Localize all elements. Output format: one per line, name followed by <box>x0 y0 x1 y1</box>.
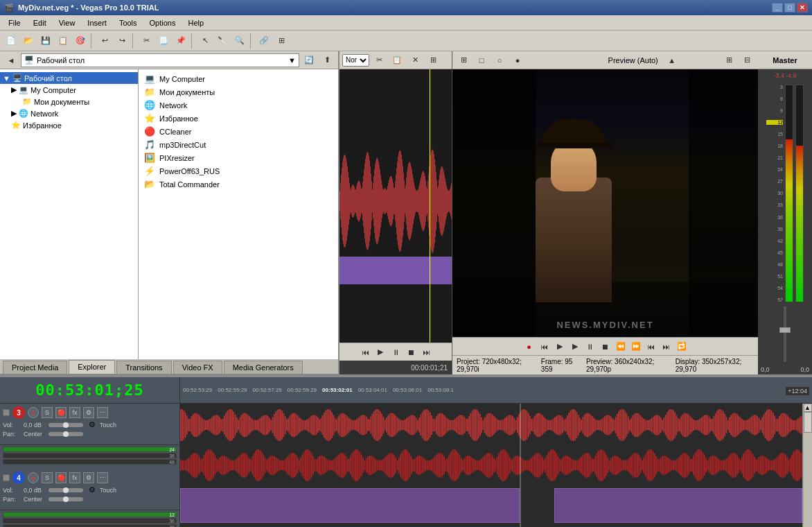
preview-tb-btn-5[interactable]: ▲ <box>664 52 680 69</box>
menu-file[interactable]: File <box>3 17 26 28</box>
tree-item-favorites[interactable]: ⭐ Избранное <box>0 119 138 131</box>
menu-edit[interactable]: Edit <box>28 17 52 28</box>
path-dropdown-icon[interactable]: ▼ <box>288 56 296 64</box>
file-item-8[interactable]: 📂 Total Commander <box>139 178 338 191</box>
snap-button[interactable]: 🔗 <box>256 33 272 49</box>
mini-ctrl-play[interactable]: ▶ <box>374 346 387 358</box>
mini-tb-btn-3[interactable]: ✕ <box>407 52 423 69</box>
copy-button[interactable]: 📃 <box>155 33 172 49</box>
save-button[interactable]: 💾 <box>37 33 54 49</box>
track-4-arm[interactable]: 🔴 <box>55 472 67 483</box>
mini-ctrl-ff[interactable]: ⏭ <box>420 346 432 358</box>
open-button[interactable]: 📂 <box>20 33 37 49</box>
preview-mode-select[interactable]: Nor <box>342 54 369 67</box>
track-4-collapse[interactable] <box>3 474 10 481</box>
mini-ctrl-rewind[interactable]: ⏮ <box>359 346 371 358</box>
vscroll-up[interactable]: ▲ <box>804 404 812 412</box>
prev-ctrl-play2[interactable]: ▶ <box>569 340 581 353</box>
save-as-button[interactable]: 📋 <box>55 33 71 49</box>
track-4-clip-2[interactable] <box>554 488 802 523</box>
minimize-button[interactable]: _ <box>772 3 783 12</box>
prev-ctrl-stop[interactable]: ⏹ <box>599 340 612 353</box>
prev-ctrl-frame-back[interactable]: ⏪ <box>615 340 627 353</box>
track-4-env[interactable]: ⚙ <box>83 472 94 483</box>
menu-view[interactable]: View <box>53 17 81 28</box>
track-3-collapse[interactable] <box>3 409 10 416</box>
redo-button[interactable]: ↪ <box>114 33 130 49</box>
close-button[interactable]: ✕ <box>797 3 808 12</box>
track-4-solo[interactable]: S <box>42 472 53 483</box>
file-item-6[interactable]: 🖼️ PIXresizer <box>139 151 338 164</box>
prev-ctrl-record[interactable]: ● <box>523 340 536 353</box>
mini-ctrl-stop[interactable]: ⏹ <box>405 346 417 358</box>
prev-ctrl-play[interactable]: ▶ <box>554 340 566 353</box>
mini-tb-btn-4[interactable]: ⊞ <box>425 52 441 69</box>
explorer-back-btn[interactable]: ◄ <box>3 52 19 69</box>
preview-tb-btn-7[interactable]: ⊟ <box>739 52 755 69</box>
paste-button[interactable]: 📌 <box>173 33 189 49</box>
track-3-gear[interactable]: ⚙ <box>89 420 96 429</box>
track-3-more[interactable]: ⋯ <box>97 407 108 418</box>
prev-ctrl-loop[interactable]: 🔁 <box>676 340 688 353</box>
tab-explorer[interactable]: Explorer <box>69 360 115 374</box>
menu-options[interactable]: Options <box>144 17 182 28</box>
track-4-vol-slider[interactable] <box>48 488 83 492</box>
preview-tb-btn-3[interactable]: ○ <box>491 52 508 69</box>
timeline-vscroll[interactable]: ▲ ▼ <box>802 404 812 527</box>
track-3-arm[interactable]: 🔴 <box>55 407 67 418</box>
track-4-gear[interactable]: ⚙ <box>89 485 96 494</box>
file-item-4[interactable]: 🔴 CCleaner <box>139 125 338 138</box>
render-button[interactable]: 🎯 <box>72 33 89 49</box>
track-3-pan-slider[interactable] <box>48 432 83 436</box>
vscroll-thumb[interactable] <box>804 412 812 433</box>
tree-item-desktop[interactable]: ▼ 🖥️ Рабочий стол <box>0 72 138 84</box>
track-4-mute[interactable]: ● <box>28 472 39 483</box>
select-tool[interactable]: ↖ <box>197 33 213 49</box>
grid-button[interactable]: ⊞ <box>273 33 290 49</box>
file-item-1[interactable]: 📁 Мои документы <box>139 85 338 98</box>
new-button[interactable]: 📄 <box>3 33 19 49</box>
track-3-vol-slider[interactable] <box>48 423 83 427</box>
file-item-7[interactable]: ⚡ PowerOff63_RUS <box>139 164 338 178</box>
mini-tb-btn-1[interactable]: ✂ <box>371 52 387 69</box>
preview-tb-btn-6[interactable]: ⊞ <box>721 52 737 69</box>
track-4-fx[interactable]: fx <box>69 472 80 483</box>
file-item-2[interactable]: 🌐 Network <box>139 98 338 112</box>
razor-tool[interactable]: 🔪 <box>214 33 231 49</box>
prev-ctrl-rewind2[interactable]: ⏮ <box>645 340 657 353</box>
tab-transitions[interactable]: Transitions <box>116 361 171 374</box>
master-fader-track[interactable] <box>784 306 786 362</box>
tree-item-mydocs[interactable]: 📁 Мои документы <box>0 96 138 107</box>
prev-ctrl-frame-fwd[interactable]: ⏩ <box>630 340 642 353</box>
track-4-clip-1[interactable] <box>180 488 520 523</box>
track-3-solo[interactable]: S <box>42 407 53 418</box>
menu-help[interactable]: Help <box>182 17 209 28</box>
tree-item-mycomputer[interactable]: ▶ 💻 My Computer <box>0 84 138 96</box>
master-fader-handle[interactable] <box>779 327 791 333</box>
prev-ctrl-rewind[interactable]: ⏮ <box>538 340 551 353</box>
file-item-0[interactable]: 💻 My Computer <box>139 72 338 85</box>
zoom-tool[interactable]: 🔍 <box>231 33 248 49</box>
path-combo[interactable]: 🖥️ Рабочий стол ▼ <box>21 53 299 67</box>
preview-tb-btn-2[interactable]: □ <box>473 52 490 69</box>
cut-button[interactable]: ✂ <box>138 33 155 49</box>
track-3-fx[interactable]: fx <box>69 407 80 418</box>
tab-video-fx[interactable]: Video FX <box>173 361 222 374</box>
mini-ctrl-pause[interactable]: ⏸ <box>389 346 402 358</box>
menu-tools[interactable]: Tools <box>114 17 143 28</box>
menu-insert[interactable]: Insert <box>82 17 112 28</box>
tab-project-media[interactable]: Project Media <box>3 361 67 374</box>
track-3-mute[interactable]: ● <box>28 407 39 418</box>
track-4-pan-slider[interactable] <box>48 497 83 501</box>
prev-ctrl-pause[interactable]: ⏸ <box>584 340 597 353</box>
track-3-env[interactable]: ⚙ <box>83 407 94 418</box>
maximize-button[interactable]: □ <box>784 3 795 12</box>
undo-button[interactable]: ↩ <box>96 33 113 49</box>
tab-media-gen[interactable]: Media Generators <box>224 361 303 374</box>
file-item-5[interactable]: 🎵 mp3DirectCut <box>139 138 338 151</box>
mini-tb-btn-2[interactable]: 📋 <box>389 52 405 69</box>
preview-tb-btn-4[interactable]: ● <box>509 52 526 69</box>
track-4-more[interactable]: ⋯ <box>97 472 108 483</box>
file-item-3[interactable]: ⭐ Избранное <box>139 112 338 125</box>
explorer-up-btn[interactable]: ⬆ <box>319 52 335 69</box>
